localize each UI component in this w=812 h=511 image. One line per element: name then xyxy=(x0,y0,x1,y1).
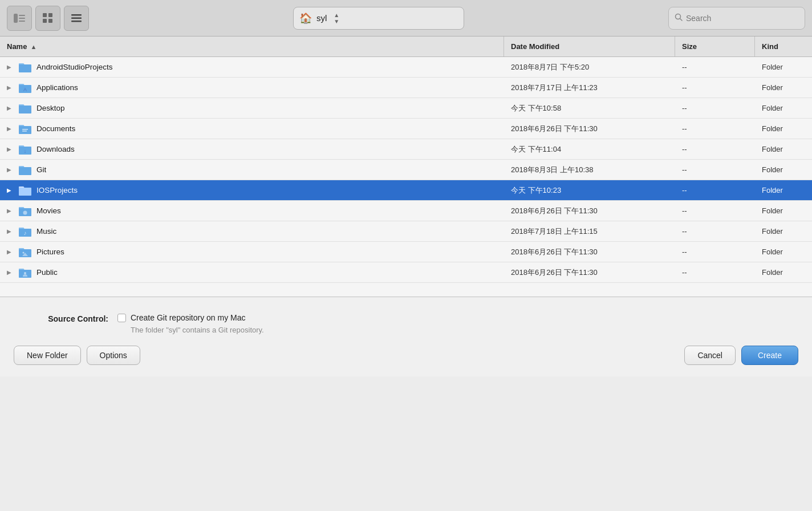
file-row-left: ▶ ↓ Downloads xyxy=(0,144,504,155)
file-size: -- xyxy=(675,104,755,112)
expand-arrow-icon: ▶ xyxy=(5,208,14,214)
file-size: -- xyxy=(675,145,755,153)
expand-arrow-icon: ▶ xyxy=(5,105,14,111)
file-size: -- xyxy=(675,63,755,71)
file-date: 2018年8月7日 下午5:20 xyxy=(504,62,675,72)
file-name: Desktop xyxy=(36,104,65,112)
svg-rect-4 xyxy=(43,13,47,17)
folder-icon xyxy=(18,205,32,217)
table-row[interactable]: ▶ Documents 2018年6月26日 下午11:30 -- Folder xyxy=(0,119,812,139)
table-row[interactable]: ▶ IOSProjects 今天 下午10:23 -- Folder xyxy=(0,180,812,201)
table-row[interactable]: ▶ Public 2018年6月26日 下午11:30 -- Folder xyxy=(0,262,812,283)
toolbar: 🏠 syl ▲ ▼ xyxy=(0,0,812,36)
file-row-left: ▶ IOSProjects xyxy=(0,185,504,196)
cancel-button[interactable]: Cancel xyxy=(684,346,736,365)
expand-arrow-icon: ▶ xyxy=(5,64,14,70)
file-kind: Folder xyxy=(755,206,812,215)
search-icon xyxy=(675,13,683,23)
file-name: Public xyxy=(36,268,58,277)
table-row[interactable]: ▶ Pictures 2018年6月26日 下午11:30 -- Folder xyxy=(0,242,812,262)
file-name: Applications xyxy=(36,83,78,92)
file-name: IOSProjects xyxy=(36,186,78,194)
file-kind: Folder xyxy=(755,83,812,92)
toolbar-center: 🏠 syl ▲ ▼ xyxy=(94,7,664,30)
git-note: The folder "syl" contains a Git reposito… xyxy=(117,326,264,334)
table-row[interactable]: ▶ ♪ Music 2018年7月18日 上午11:15 -- Folder xyxy=(0,221,812,242)
column-size-header[interactable]: Size xyxy=(675,36,755,56)
file-date: 今天 下午10:58 xyxy=(504,103,675,113)
column-size-label: Size xyxy=(682,42,697,51)
sidebar-toggle-button[interactable] xyxy=(7,6,32,31)
svg-rect-1 xyxy=(19,15,25,16)
toolbar-right xyxy=(668,7,805,30)
location-bar[interactable]: 🏠 syl ▲ ▼ xyxy=(293,7,464,30)
svg-rect-15 xyxy=(22,131,27,132)
table-row[interactable]: ▶ ↓ Downloads 今天 下午11:04 -- Folder xyxy=(0,139,812,160)
git-repo-checkbox[interactable] xyxy=(117,314,126,322)
file-kind: Folder xyxy=(755,63,812,71)
git-repo-label: Create Git repository on my Mac xyxy=(131,313,246,322)
search-input[interactable] xyxy=(686,14,799,23)
toolbar-left xyxy=(7,6,89,31)
file-kind: Folder xyxy=(755,104,812,112)
file-row-left: ▶ Pictures xyxy=(0,246,504,258)
folder-icon xyxy=(18,103,32,114)
file-kind: Folder xyxy=(755,124,812,133)
file-kind: Folder xyxy=(755,248,812,256)
folder-icon xyxy=(18,123,32,135)
svg-rect-5 xyxy=(48,13,52,17)
new-folder-button[interactable]: New Folder xyxy=(14,346,81,365)
action-bar: New Folder Options Cancel Create xyxy=(0,334,812,376)
table-row[interactable]: ▶ AndroidStudioProjects 2018年8月7日 下午5:20… xyxy=(0,57,812,78)
home-icon: 🏠 xyxy=(299,12,312,25)
file-row-left: ▶ Documents xyxy=(0,123,504,135)
svg-rect-2 xyxy=(19,18,25,19)
file-row-left: ▶ AndroidStudioProjects xyxy=(0,62,504,73)
table-row[interactable]: ▶ Git 2018年8月3日 上午10:38 -- Folder xyxy=(0,160,812,180)
expand-arrow-icon: ▶ xyxy=(5,249,14,255)
column-date-header[interactable]: Date Modified xyxy=(504,36,675,56)
svg-text:♪: ♪ xyxy=(24,230,27,236)
file-row-left: ▶ ♪ Music xyxy=(0,226,504,237)
location-arrows[interactable]: ▲ ▼ xyxy=(334,12,339,25)
column-kind-header[interactable]: Kind xyxy=(755,36,812,56)
create-button[interactable]: Create xyxy=(741,346,798,365)
file-name: Pictures xyxy=(36,248,64,256)
file-name: Movies xyxy=(36,206,61,215)
icon-view-button[interactable] xyxy=(35,6,60,31)
options-button[interactable]: Options xyxy=(87,346,140,365)
column-name-header[interactable]: Name ▲ xyxy=(0,36,504,56)
file-name: Documents xyxy=(36,124,75,133)
file-row-left: ▶ Movies xyxy=(0,205,504,217)
expand-arrow-icon: ▶ xyxy=(5,125,14,132)
table-row[interactable]: ▶ Desktop 今天 下午10:58 -- Folder xyxy=(0,98,812,119)
file-date: 2018年6月26日 下午11:30 xyxy=(504,247,675,257)
file-size: -- xyxy=(675,248,755,256)
file-kind: Folder xyxy=(755,145,812,153)
table-row[interactable]: ▶ A Applications 2018年7月17日 上午11:23 -- F… xyxy=(0,78,812,98)
file-name: Music xyxy=(36,227,56,236)
expand-arrow-icon: ▶ xyxy=(5,84,14,91)
svg-text:A: A xyxy=(23,87,27,92)
folder-icon: ♪ xyxy=(18,226,32,237)
file-name: AndroidStudioProjects xyxy=(36,63,113,71)
folder-icon xyxy=(18,62,32,73)
column-date-label: Date Modified xyxy=(511,42,559,51)
folder-icon xyxy=(18,164,32,176)
svg-point-17 xyxy=(23,210,27,214)
file-date: 今天 下午10:23 xyxy=(504,185,675,196)
svg-rect-9 xyxy=(71,17,82,19)
svg-point-21 xyxy=(24,272,26,274)
file-kind: Folder xyxy=(755,165,812,174)
table-row[interactable]: ▶ Movies 2018年6月26日 下午11:30 -- Folder xyxy=(0,201,812,221)
file-row-left: ▶ A Applications xyxy=(0,82,504,94)
file-row-left: ▶ Desktop xyxy=(0,103,504,114)
action-bar-left: New Folder Options xyxy=(14,346,140,365)
search-bar[interactable] xyxy=(668,7,805,30)
svg-rect-8 xyxy=(71,14,82,16)
expand-arrow-icon: ▶ xyxy=(5,269,14,275)
location-text: syl xyxy=(316,13,327,23)
folder-icon xyxy=(18,267,32,278)
file-size: -- xyxy=(675,124,755,133)
list-view-button[interactable] xyxy=(64,6,89,31)
